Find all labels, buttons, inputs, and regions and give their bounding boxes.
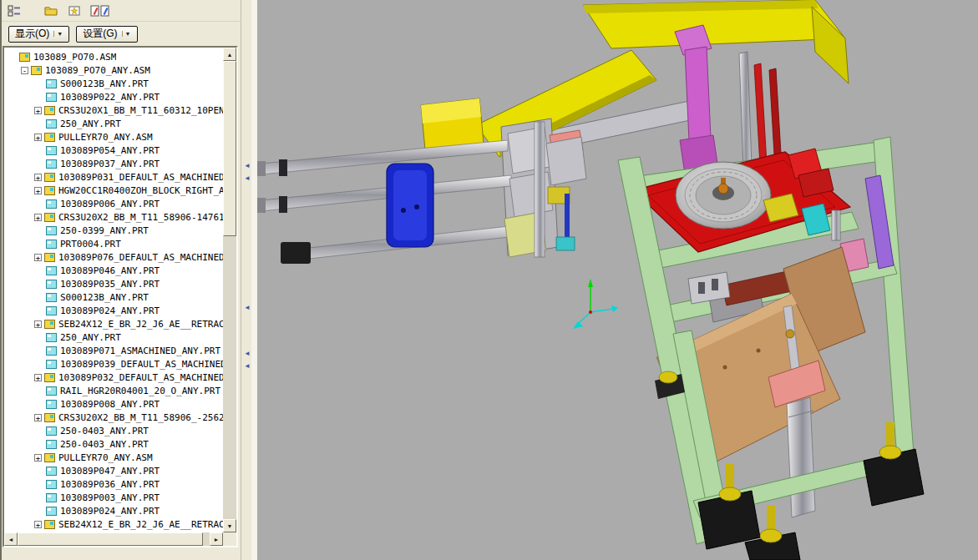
layer-tree-button[interactable]: [65, 2, 84, 20]
horizontal-scroll-thumb[interactable]: [18, 532, 203, 546]
expand-plus-icon[interactable]: +: [34, 214, 42, 221]
tree-item-label[interactable]: 103089P022_ANY.PRT: [60, 92, 160, 103]
collapse-panel-icon[interactable]: ◄: [244, 362, 251, 370]
scroll-right-button[interactable]: ►: [210, 532, 223, 546]
tree-item-label[interactable]: RAIL_HGR20R04001_20_O_ANY.PRT: [60, 386, 220, 396]
tree-item-label[interactable]: S000123B_ANY.PRT: [60, 78, 149, 89]
tree-item[interactable]: +SEB24X12_E_BR_J2_J6_AE__RETRACT.AS: [4, 517, 223, 531]
tree-item-label[interactable]: PULLEYR70_ANY.ASM: [58, 452, 153, 463]
tree-item-label[interactable]: 103089P037_ANY.PRT: [60, 159, 160, 169]
expand-plus-icon[interactable]: +: [34, 134, 42, 141]
collapse-panel-icon[interactable]: ◄: [244, 350, 251, 357]
expand-plus-icon[interactable]: +: [34, 454, 42, 462]
horizontal-scrollbar[interactable]: ◄ ►: [4, 532, 223, 546]
tree-item[interactable]: 103089P037_ANY.PRT: [4, 157, 223, 170]
tree-item[interactable]: 103089P006_ANY.PRT: [4, 197, 223, 210]
tree-item-label[interactable]: 103089P071_ASMACHINED_ANY.PRT: [60, 346, 220, 356]
tree-item[interactable]: 250-0399_ANY.PRT: [4, 224, 223, 237]
tree-item[interactable]: +SEB24X12_E_BR_J2_J6_AE__RETRACT.AS: [4, 317, 223, 330]
annotate-button[interactable]: [89, 2, 114, 20]
tree-item[interactable]: 103089P046_ANY.PRT: [4, 264, 223, 277]
tree-item-label[interactable]: HGW20CC1R0400ZOH_BLOCK_RIGHT_AN.AS: [58, 185, 223, 196]
tree-item-label[interactable]: PRT0004.PRT: [60, 239, 121, 250]
tree-item[interactable]: 103089P024_ANY.PRT: [4, 304, 223, 317]
tree-item[interactable]: 103089P071_ASMACHINED_ANY.PRT: [4, 344, 223, 357]
tree-item-label[interactable]: 250-0403_ANY.PRT: [60, 426, 149, 436]
scroll-up-button[interactable]: ▲: [223, 48, 236, 61]
tree-item-label[interactable]: SEB24X12_E_BR_J2_J6_AE__RETRACT.AS: [58, 319, 223, 330]
tree-item[interactable]: -103089_PO70_ANY.ASM: [4, 63, 223, 77]
show-folder-button[interactable]: [42, 2, 60, 20]
vertical-scrollbar[interactable]: ▲ ▼: [223, 48, 236, 532]
tree-item-label[interactable]: S000123B_ANY.PRT: [60, 292, 149, 303]
magenta-arm[interactable]: [675, 25, 718, 174]
tree-item-label[interactable]: 250_ANY.PRT: [60, 119, 121, 129]
collapse-panel-icon[interactable]: ◄: [244, 304, 251, 311]
tree-item-label[interactable]: SEB24X12_E_BR_J2_J6_AE__RETRACT.AS: [58, 519, 223, 530]
tree-item-label[interactable]: 103089P076_DEFAULT_AS_MACHINED_.AS: [58, 252, 223, 263]
tree-item[interactable]: 103089P003_ANY.PRT: [4, 491, 223, 504]
scroll-left-button[interactable]: ◄: [4, 532, 18, 546]
tree-item-label[interactable]: CRS3U20X2_BB_M_T11_58906-147615.AS: [58, 212, 223, 223]
tree-item-label[interactable]: 103089P024_ANY.PRT: [60, 305, 160, 316]
tree-item-label[interactable]: CRS3U20X1_BB_M_T11_60312_10PEN_.AS: [58, 105, 223, 116]
expand-plus-icon[interactable]: +: [34, 320, 42, 328]
tree-item-label[interactable]: 250_ANY.PRT: [60, 332, 121, 343]
csys-triad[interactable]: [573, 279, 618, 329]
tree-item-label[interactable]: 103089P035_ANY.PRT: [60, 279, 160, 290]
tree-item-label[interactable]: 103089P054_ANY.PRT: [60, 145, 160, 156]
tree-item[interactable]: 103089P035_ANY.PRT: [4, 277, 223, 290]
vertical-scroll-thumb[interactable]: [223, 61, 236, 236]
tree-item[interactable]: +103089P076_DEFAULT_AS_MACHINED_.AS: [4, 250, 223, 264]
tree-item-label[interactable]: 103089P024_ANY.PRT: [60, 506, 160, 517]
tree-item[interactable]: 250-0403_ANY.PRT: [4, 437, 223, 451]
tree-item[interactable]: 250_ANY.PRT: [4, 330, 223, 344]
tree-item-label[interactable]: 103089P046_ANY.PRT: [60, 265, 160, 276]
collapse-minus-icon[interactable]: -: [21, 67, 28, 74]
tree-item-label[interactable]: 103089P039_DEFAULT_AS_MACHINED_.PR: [60, 359, 223, 370]
collapse-panel-icon[interactable]: ◄: [244, 174, 251, 182]
tree-item[interactable]: +PULLEYR70_ANY.ASM: [4, 451, 223, 464]
tree-item-label[interactable]: 250-0399_ANY.PRT: [60, 225, 149, 236]
tree-item[interactable]: 250-0403_ANY.PRT: [4, 424, 223, 437]
tree-item-label[interactable]: 103089P036_ANY.PRT: [60, 479, 160, 490]
tree-item[interactable]: 103089P008_ANY.PRT: [4, 397, 223, 411]
tree-item[interactable]: S000123B_ANY.PRT: [4, 77, 223, 90]
scroll-down-button[interactable]: ▼: [223, 519, 236, 532]
tree-item-label[interactable]: 103089P006_ANY.PRT: [60, 199, 160, 209]
tree-item[interactable]: S000123B_ANY.PRT: [4, 290, 223, 304]
tree-item[interactable]: 250_ANY.PRT: [4, 117, 223, 130]
tree-item[interactable]: +103089P031_DEFAULT_AS_MACHINED_.AS: [4, 170, 223, 184]
expand-plus-icon[interactable]: +: [34, 414, 42, 421]
tree-item-label[interactable]: PULLEYR70_ANY.ASM: [58, 132, 153, 143]
tree-item[interactable]: +PULLEYR70_ANY.ASM: [4, 130, 223, 144]
tree-item[interactable]: 103089P024_ANY.PRT: [4, 504, 223, 517]
panel-splitter[interactable]: ◄ ◄ ◄ ◄ ◄: [241, 0, 257, 560]
yellow-gantry[interactable]: [421, 0, 849, 159]
tree-item-label[interactable]: CRS3U20X2_BB_M_T11_58906_-25626.AS: [58, 412, 223, 423]
tree-item[interactable]: RAIL_HGR20R04001_20_O_ANY.PRT: [4, 384, 223, 397]
show-dropdown-button[interactable]: 显示(O) ▼: [8, 26, 69, 43]
tree-item[interactable]: 103089P036_ANY.PRT: [4, 477, 223, 491]
tree-item[interactable]: +CRS3U20X2_BB_M_T11_58906-147615.AS: [4, 210, 223, 224]
tree-item[interactable]: +103089P032_DEFAULT_AS_MACHINED_.AS: [4, 371, 223, 384]
tree-item[interactable]: 103089P054_ANY.PRT: [4, 144, 223, 157]
tree-item[interactable]: +CRS3U20X2_BB_M_T11_58906_-25626.AS: [4, 411, 223, 424]
tree-item[interactable]: 103089_PO70.ASM: [4, 50, 223, 63]
tree-item-label[interactable]: 103089P008_ANY.PRT: [60, 399, 160, 410]
tree-item[interactable]: 103089P022_ANY.PRT: [4, 90, 223, 103]
3d-viewport[interactable]: [257, 0, 978, 560]
tree-item-label[interactable]: 103089P047_ANY.PRT: [60, 466, 160, 477]
tree-item[interactable]: 103089P039_DEFAULT_AS_MACHINED_.PR: [4, 357, 223, 371]
expand-plus-icon[interactable]: +: [34, 521, 42, 528]
expand-plus-icon[interactable]: +: [34, 374, 42, 381]
expand-plus-icon[interactable]: +: [34, 107, 42, 114]
collapse-panel-icon[interactable]: ◄: [244, 162, 251, 169]
expand-plus-icon[interactable]: +: [34, 187, 42, 194]
settings-dropdown-button[interactable]: 设置(G) ▼: [76, 26, 137, 43]
expand-plus-icon[interactable]: +: [34, 254, 42, 261]
tree-item-label[interactable]: 103089P003_ANY.PRT: [60, 492, 160, 503]
tree-item[interactable]: PRT0004.PRT: [4, 237, 223, 250]
tree-item-label[interactable]: 250-0403_ANY.PRT: [60, 439, 149, 450]
blue-block[interactable]: [387, 164, 433, 247]
